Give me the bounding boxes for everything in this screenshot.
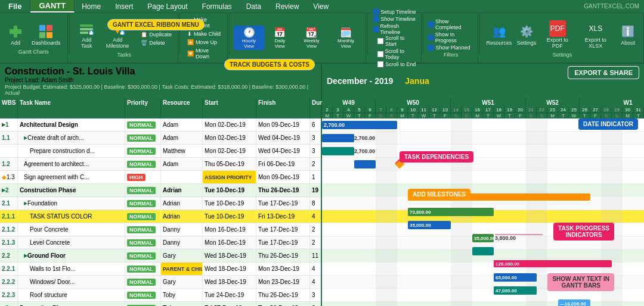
table-row[interactable]: Prepare construction d... NORMAL Matthew… bbox=[0, 145, 321, 158]
show-planned-cb[interactable]: Show Planned bbox=[428, 45, 474, 51]
show-completed-cb[interactable]: Show Completed bbox=[428, 18, 474, 30]
show-in-progress-cb[interactable]: Show In Progress bbox=[428, 32, 474, 43]
daily-view-button[interactable]: 📅 Daily View bbox=[267, 26, 293, 50]
duplicate-icon: 📋 bbox=[141, 32, 147, 38]
table-row[interactable]: ▶ 3 Decoration Phase NORMAL Toby Fri 27-… bbox=[0, 302, 321, 306]
header-priority: Priority bbox=[125, 98, 161, 118]
bar-row13: 47,000.00 bbox=[494, 286, 537, 295]
filters-label: Filters bbox=[444, 52, 459, 58]
gantt-logo: GANTTEXCEL.COM bbox=[579, 0, 644, 13]
week-w50: W50 bbox=[376, 98, 451, 107]
duplicate-button[interactable]: 📋 Duplicate bbox=[138, 31, 174, 38]
table-row[interactable]: 2.1.3 Level Concrete NORMAL Danny Mon 16… bbox=[0, 236, 321, 249]
settings-button[interactable]: ⚙️ Settings bbox=[515, 21, 538, 48]
about-label: About bbox=[621, 40, 635, 46]
ribbon: Add Dashboards Gantt Charts bbox=[0, 13, 644, 64]
tab-view[interactable]: View bbox=[306, 0, 336, 13]
show-timeline-cb[interactable]: Show Timeline bbox=[373, 16, 417, 22]
month-header: December - 2019 Janua EXPORT & SHARE bbox=[322, 64, 644, 98]
tab-file[interactable]: File bbox=[0, 0, 30, 13]
export-share-container: EXPORT & SHARE bbox=[568, 66, 639, 79]
table-row[interactable]: 2.2.3 Roof structure NORMAL Toby Tue 24-… bbox=[0, 289, 321, 302]
table-row[interactable]: 2.2.2 Windows/ Door... NORMAL Gary Wed 1… bbox=[0, 276, 321, 289]
day-letter-row: M T W T F S S M T W T F S S M T W T F S … bbox=[322, 113, 644, 118]
bar-row1: 2,700.00 bbox=[322, 121, 397, 129]
scroll-today-cb[interactable]: Scroll to Today bbox=[377, 48, 417, 60]
add-button[interactable]: Add bbox=[4, 21, 27, 48]
svg-rect-6 bbox=[80, 24, 93, 27]
svg-rect-2 bbox=[39, 25, 45, 31]
export-pdf-button[interactable]: PDF Export to PDF bbox=[540, 18, 575, 51]
add-milestone-label: Add Milestone bbox=[103, 37, 132, 49]
hourly-icon: 🕐 bbox=[243, 27, 255, 38]
week-w1: W1 bbox=[580, 98, 644, 107]
tab-page-layout[interactable]: Page Layout bbox=[140, 0, 194, 13]
table-row[interactable]: 1.1 ▶ Create draft of arch... NORMAL Ada… bbox=[0, 132, 321, 145]
about-button[interactable]: ℹ️ About bbox=[616, 21, 640, 48]
move-down-label: Move Down bbox=[196, 48, 221, 60]
export-pdf-icon: PDF bbox=[549, 20, 566, 37]
make-child-button[interactable]: ⬇ Make Child bbox=[185, 30, 224, 38]
export-pdf-label: Export to PDF bbox=[543, 37, 572, 49]
hourly-view-button[interactable]: 🕐 Hourly View bbox=[234, 26, 264, 50]
tab-insert[interactable]: Insert bbox=[108, 0, 140, 13]
table-row[interactable]: 2.1 ▶ Foundation NORMAL Adrian Tue 10-De… bbox=[0, 197, 321, 210]
add-icon bbox=[7, 23, 24, 40]
tab-gantt[interactable]: GANTT bbox=[30, 0, 75, 13]
export-share-button[interactable]: EXPORT & SHARE bbox=[568, 66, 639, 79]
week-w52: W52 bbox=[526, 98, 580, 107]
table-row[interactable]: ◆ 1.3 Sign agreement with C... HIGH ASSI… bbox=[0, 171, 321, 184]
table-row[interactable]: ▶ 2 Construction Phase NORMAL Adrian Tue… bbox=[0, 184, 321, 197]
weekly-view-button[interactable]: 📆 Weekly View bbox=[296, 26, 327, 50]
export-xlsx-icon: XLS bbox=[587, 20, 604, 37]
resources-icon: 👥 bbox=[491, 23, 507, 40]
bar-row12: 65,000.00 bbox=[494, 273, 537, 282]
table-row[interactable]: ▶ 1 Architectural Design NORMAL Adam Mon… bbox=[0, 118, 321, 132]
settings-section-label: Settings bbox=[553, 52, 572, 58]
ribbon-tasks: Add Task Add Milestone ✏️ Edit bbox=[70, 13, 178, 63]
svg-rect-15 bbox=[120, 32, 124, 34]
ribbon-menu-callout: GANTT EXCEL RIBBON MENU bbox=[107, 19, 205, 30]
settings-icon: ⚙️ bbox=[518, 23, 535, 40]
ribbon-timeline: Setup Timeline Show Timeline Refresh Tim… bbox=[369, 13, 421, 63]
delete-label: Delete bbox=[149, 40, 165, 46]
project-lead: Project Lead: Adam Smith bbox=[5, 77, 316, 83]
table-row[interactable]: 2.2 ▶ Ground Floor NORMAL Gary Wed 18-De… bbox=[0, 249, 321, 263]
tab-review[interactable]: Review bbox=[268, 0, 306, 13]
setup-timeline-cb[interactable]: Setup Timeline bbox=[373, 9, 417, 15]
bar-row4 bbox=[354, 160, 376, 168]
bar-value2: 2,700.00 bbox=[354, 135, 375, 141]
tab-data[interactable]: Data bbox=[239, 0, 268, 13]
weekend-col1 bbox=[376, 118, 397, 306]
project-gantt-header: Construction - St. Louis Villa Project L… bbox=[0, 64, 644, 98]
table-row[interactable]: 1.2 Agreement to architect... NORMAL Ada… bbox=[0, 158, 321, 171]
column-headers: WBS Task Name Priority Resource Start Fi… bbox=[0, 98, 644, 118]
tab-formulas[interactable]: Formulas bbox=[195, 0, 239, 13]
resources-button[interactable]: 👥 Resources bbox=[485, 21, 513, 48]
date-indicator-callout: DATE INDICATOR bbox=[578, 118, 638, 130]
move-down-button[interactable]: 🔽 Move Down bbox=[185, 47, 224, 60]
refresh-timeline-cb[interactable]: Refresh Timeline bbox=[373, 23, 417, 35]
delete-icon: 🗑️ bbox=[141, 40, 147, 46]
tab-home[interactable]: Home bbox=[75, 0, 108, 13]
bar-val9: 3,800.00 bbox=[495, 235, 516, 241]
hourly-label: Hourly View bbox=[237, 38, 260, 49]
child-icon: ⬇ bbox=[187, 31, 192, 37]
bar-row8: 35,000.00 bbox=[408, 221, 451, 229]
bar-row14: —16,000.00 bbox=[558, 299, 590, 306]
add-task-icon bbox=[78, 20, 95, 37]
scroll-start-cb[interactable]: Scroll to Start bbox=[377, 35, 417, 47]
table-row[interactable]: 2.2.1 Walls to 1st Flo... NORMAL PARENT … bbox=[0, 263, 321, 276]
table-row[interactable]: 2.1.1 TASK STATUS COLOR NORMAL Adrian Tu… bbox=[0, 210, 321, 223]
export-xlsx-button[interactable]: XLS Export to XLSX bbox=[577, 18, 615, 51]
delete-button[interactable]: 🗑️ Delete bbox=[138, 39, 174, 46]
move-up-button[interactable]: 🔼 Move Up bbox=[185, 39, 224, 46]
track-budgets-container: TRACK BUDGETS & COSTS bbox=[224, 59, 315, 70]
task-table[interactable]: ▶ 1 Architectural Design NORMAL Adam Mon… bbox=[0, 118, 322, 306]
bar-row10 bbox=[472, 247, 494, 255]
table-row[interactable]: 2.1.2 Pour Concrete NORMAL Danny Mon 16-… bbox=[0, 223, 321, 236]
monthly-view-button[interactable]: 🗓️ Monthly View bbox=[330, 26, 363, 50]
dashboard-button[interactable]: Dashboards bbox=[29, 21, 64, 48]
add-task-button[interactable]: Add Task bbox=[74, 18, 98, 51]
task-dependencies-callout: TASK DEPENDENCIES bbox=[400, 151, 473, 163]
